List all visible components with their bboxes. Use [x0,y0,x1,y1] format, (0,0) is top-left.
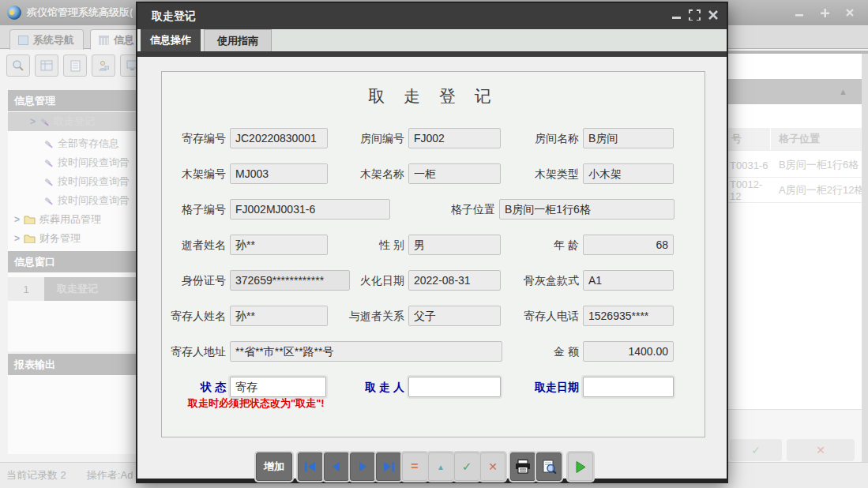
field-label: 寄存人地址 [158,341,226,362]
search-button[interactable] [6,54,30,77]
table-row-cell: A房间一柜2行12格 [771,180,868,201]
ok-button[interactable]: ✓ [730,439,782,461]
tree-item-finance[interactable]: > 财务管理 [8,229,141,248]
depositor-address-field[interactable]: **省**市**区**路**号 [230,341,502,362]
print-preview-button[interactable] [536,452,562,481]
rack-type-field[interactable]: 小木架 [583,163,674,184]
table-header-id: 号 [728,128,770,150]
tree-item-query-by-period-1[interactable]: 按时间段查询骨 [8,153,141,172]
table-row-cell: B房间一柜1行6格 [771,155,868,175]
user-icon [98,60,109,72]
gender-field[interactable]: 男 [408,235,501,255]
next-record-button[interactable] [350,452,375,481]
cell-id-field[interactable]: FJ002MJ0031-6 [230,199,390,220]
room-id-field[interactable]: FJ002 [408,128,501,148]
status-field[interactable]: 寄存 [230,377,326,397]
first-record-icon [304,461,317,472]
close-icon [708,9,719,21]
dialog-close-button[interactable] [708,9,719,21]
sidebar: 信息管理 > 取走登记 全部寄存信息 按时间段查询骨 按时间段查询骨 [0,50,141,462]
close-icon [845,8,855,17]
field-label: 与逝者关系 [341,306,404,326]
cell-position-field[interactable]: B房间一柜1行6格 [499,199,674,220]
delete-record-button[interactable]: = [402,452,427,481]
divider [137,51,727,57]
tree-item-all-storage-info[interactable]: 全部寄存信息 [8,134,141,153]
deceased-name-field[interactable]: 孙** [230,235,328,255]
storage-id-field[interactable]: JC20220830001 [230,128,328,148]
search-icon [12,59,24,72]
table-view-button[interactable] [35,54,58,77]
tab-user-guide[interactable]: 使用指南 [204,29,272,51]
section-header-info-window: 信息窗口 [8,251,141,272]
prev-record-button[interactable] [324,452,349,481]
info-window-item-index: 1 [8,277,44,301]
field-label: 木架名称 [341,163,404,184]
gavel-icon [43,158,54,168]
field-label-status: 状 态 [158,377,226,397]
minimize-icon [795,8,804,17]
cancel-edit-button[interactable]: ✕ [480,452,505,481]
field-label: 木架编号 [158,163,226,184]
edit-record-button[interactable]: ▲ [428,452,453,481]
gavel-icon [43,177,54,187]
last-record-button[interactable] [376,452,401,481]
field-label: 房间名称 [516,128,579,148]
tree-item-pickup-registration[interactable]: > 取走登记 [8,112,141,131]
field-label: 寄存人电话 [516,306,579,326]
main-close-button[interactable] [841,5,859,21]
tab-info-operation[interactable]: 信息操作 [141,29,201,51]
table-row-cell: T0031-6 [728,155,770,175]
taker-field[interactable] [408,377,501,397]
dialog-maximize-button[interactable] [689,9,701,21]
dialog-toolbar: 增加 = ▲ ✓ [137,452,727,482]
dialog-minimize-button[interactable] [671,9,682,21]
field-label-taker: 取 走 人 [341,377,404,397]
relationship-field[interactable]: 父子 [408,306,501,326]
field-label: 格子编号 [158,199,226,220]
print-button[interactable] [510,452,535,481]
tree-item-funeral-supplies[interactable]: > 殡葬用品管理 [8,210,141,229]
info-window-item-pickup[interactable]: 取走登记 [44,277,141,301]
rack-id-field[interactable]: MJ003 [230,163,328,184]
gavel-icon [43,139,54,149]
chevron-right-icon: > [14,233,20,244]
main-minimize-button[interactable] [791,5,808,21]
pickup-registration-dialog: 取走登记 信息操作 使用指南 [136,2,728,483]
depositor-name-field[interactable]: 孙** [230,306,328,326]
depositor-phone-field[interactable]: 1526935**** [583,306,674,326]
status-operator: 操作者:Ad [87,468,133,482]
divider [728,51,868,54]
document-button[interactable] [63,54,87,77]
tree-item-query-by-period-2[interactable]: 按时间段查询骨 [8,172,141,191]
room-name-field[interactable]: B房间 [583,128,674,148]
tree-item-query-by-period-3[interactable]: 按时间段查询骨 [8,191,141,210]
field-label: 金 额 [516,341,579,362]
field-label: 寄存人姓名 [158,306,226,326]
dialog-titlebar: 取走登记 [137,3,727,29]
collapse-icon[interactable]: ▲ [839,87,847,96]
tab-system-nav[interactable]: 系统导航 [9,29,84,50]
cremation-date-field[interactable]: 2022-08-31 [408,270,501,291]
scrollbar[interactable] [862,54,868,462]
add-button[interactable]: 增加 [256,452,292,481]
field-label: 骨灰盒款式 [516,270,579,291]
first-record-button[interactable] [298,452,323,481]
amount-field[interactable]: 1400.00 [583,341,674,362]
main-restore-button[interactable] [816,5,833,21]
id-number-field[interactable]: 372659************ [230,270,350,291]
cancel-button[interactable]: ✕ [787,439,855,461]
run-button[interactable] [568,452,593,481]
confirm-button[interactable]: ✓ [454,452,479,481]
field-label: 年 龄 [516,235,579,255]
restore-icon [820,8,830,18]
prev-record-icon [331,461,342,472]
printer-icon [515,460,531,474]
urn-style-field[interactable]: A1 [583,270,674,291]
age-field[interactable]: 68 [583,235,674,255]
pickup-date-field[interactable] [583,377,674,397]
rack-name-field[interactable]: 一柜 [408,163,501,184]
report-panel [8,375,141,454]
field-label-pickup-date: 取走日期 [516,377,579,397]
user-button[interactable] [92,54,115,77]
